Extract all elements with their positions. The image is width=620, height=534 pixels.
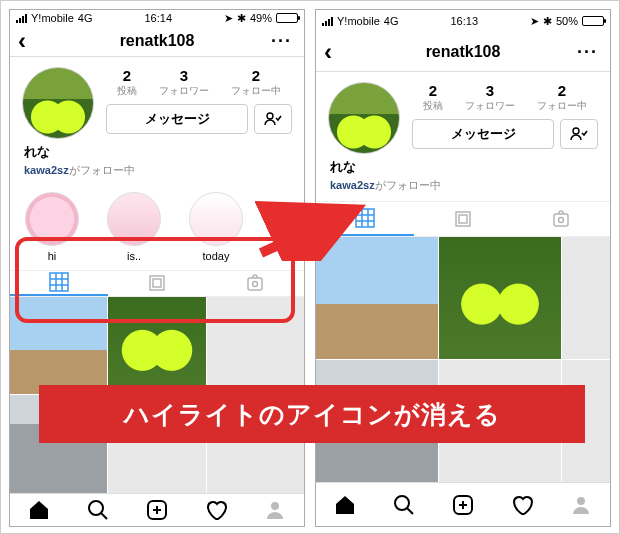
more-icon[interactable]: ··· (271, 31, 292, 52)
clock: 16:14 (144, 12, 172, 24)
svg-rect-2 (150, 276, 164, 290)
svg-rect-4 (248, 278, 262, 290)
header-username: renatk108 (120, 32, 195, 50)
person-check-icon (264, 112, 282, 126)
feed-icon (454, 210, 472, 228)
photo-grid (316, 237, 610, 482)
tab-tagged[interactable] (512, 202, 610, 236)
grid-icon (49, 272, 69, 292)
person-check-icon (570, 127, 588, 141)
svg-point-0 (267, 113, 273, 119)
carrier-name: Y!mobile (31, 12, 74, 24)
search-icon (86, 498, 110, 522)
highlight-cover (189, 192, 243, 246)
battery-pct: 50% (556, 15, 578, 27)
highlight-item[interactable]: hi (22, 192, 82, 262)
tab-feed[interactable] (108, 271, 206, 296)
nav-icon: ➤ (530, 15, 539, 28)
highlight-cover (25, 192, 79, 246)
nav-home[interactable] (10, 494, 69, 526)
tab-grid[interactable] (316, 202, 414, 236)
nav-activity[interactable] (186, 494, 245, 526)
stat-posts[interactable]: 2 投稿 (423, 82, 443, 113)
highlight-item[interactable]: today (186, 192, 246, 262)
grid-photo[interactable] (10, 297, 107, 394)
svg-point-14 (559, 218, 564, 223)
bluetooth-icon: ✱ (237, 12, 246, 25)
tab-grid[interactable] (10, 271, 108, 296)
battery-pct: 49% (250, 12, 272, 24)
status-bar: Y!mobile 4G 16:14 ➤ ✱ 49% (10, 10, 304, 26)
highlight-label: hi (48, 250, 57, 262)
message-button[interactable]: メッセージ (412, 119, 554, 149)
svg-point-15 (395, 496, 409, 510)
nav-icon: ➤ (224, 12, 233, 25)
stat-following[interactable]: 2 フォロー中 (231, 67, 281, 98)
back-icon[interactable]: ‹ (324, 40, 332, 64)
signal-icon (322, 16, 333, 26)
nav-add[interactable] (128, 494, 187, 526)
signal-icon (16, 13, 27, 23)
svg-rect-1 (50, 273, 68, 291)
grid-photo (562, 237, 611, 359)
bottom-nav (10, 493, 304, 526)
nav-profile[interactable] (551, 483, 610, 526)
annotation-banner: ハイライトのアイコンが消える (39, 385, 585, 443)
nav-home[interactable] (316, 483, 375, 526)
svg-rect-13 (554, 214, 568, 226)
search-icon (392, 493, 416, 517)
grid-icon (355, 208, 375, 228)
add-icon (451, 493, 475, 517)
add-icon (145, 498, 169, 522)
message-button[interactable]: メッセージ (106, 104, 248, 134)
nav-activity[interactable] (492, 483, 551, 526)
tab-tagged[interactable] (206, 271, 304, 296)
heart-icon (204, 498, 228, 522)
bluetooth-icon: ✱ (543, 15, 552, 28)
phone-right: Y!mobile 4G 16:13 ➤ ✱ 50% ‹ renatk108 ··… (315, 9, 611, 527)
follow-status-button[interactable] (560, 119, 598, 149)
svg-point-5 (253, 282, 258, 287)
back-icon[interactable]: ‹ (18, 29, 26, 53)
svg-rect-12 (459, 215, 467, 223)
svg-rect-10 (356, 209, 374, 227)
nav-search[interactable] (375, 483, 434, 526)
svg-point-8 (271, 502, 279, 510)
stat-posts[interactable]: 2 投稿 (117, 67, 137, 98)
phone-left: Y!mobile 4G 16:14 ➤ ✱ 49% ‹ renatk108 ··… (9, 9, 305, 527)
grid-photo[interactable] (439, 237, 561, 359)
followed-by: kawa2szがフォロー中 (10, 161, 304, 186)
grid-photo[interactable] (316, 237, 438, 359)
svg-rect-3 (153, 279, 161, 287)
nav-add[interactable] (434, 483, 493, 526)
home-icon (27, 498, 51, 522)
tab-feed[interactable] (414, 202, 512, 236)
highlight-label: is.. (127, 250, 141, 262)
avatar[interactable] (328, 82, 400, 154)
heart-icon (510, 493, 534, 517)
nav-profile[interactable] (245, 494, 304, 526)
profile-tabs (10, 270, 304, 297)
profile-tabs (316, 201, 610, 237)
header-username: renatk108 (426, 43, 501, 61)
grid-photo[interactable] (108, 297, 205, 394)
stat-followers[interactable]: 3 フォロワー (465, 82, 515, 113)
more-icon[interactable]: ··· (577, 41, 598, 62)
svg-rect-11 (456, 212, 470, 226)
highlight-cover (107, 192, 161, 246)
nav-search[interactable] (69, 494, 128, 526)
profile-icon (263, 498, 287, 522)
avatar[interactable] (22, 67, 94, 139)
carrier-name: Y!mobile (337, 15, 380, 27)
highlight-item[interactable]: is.. (104, 192, 164, 262)
clock: 16:13 (450, 15, 478, 27)
highlights-row: hi is.. today (10, 186, 304, 270)
battery-icon (276, 13, 298, 23)
follow-status-button[interactable] (254, 104, 292, 134)
stat-followers[interactable]: 3 フォロワー (159, 67, 209, 98)
home-icon (333, 493, 357, 517)
stat-following[interactable]: 2 フォロー中 (537, 82, 587, 113)
grid-photo (207, 297, 304, 394)
bottom-nav (316, 482, 610, 526)
profile-icon (569, 493, 593, 517)
